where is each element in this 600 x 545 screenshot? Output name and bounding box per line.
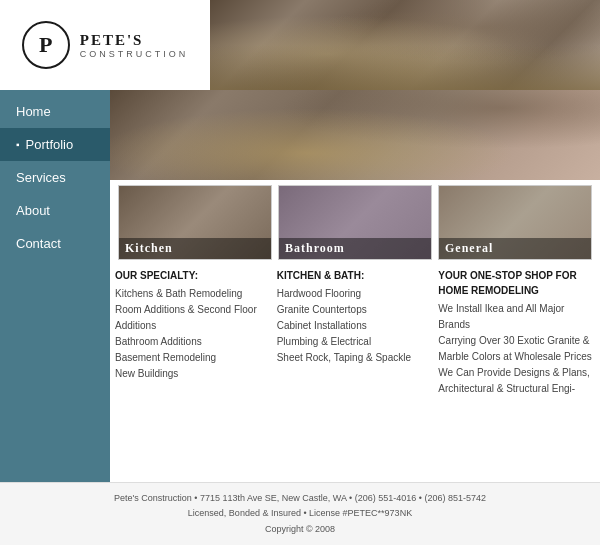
footer: Pete's Construction • 7715 113th Ave SE,… bbox=[0, 482, 600, 545]
columns-row: OUR SPECIALTY: Kitchens & Bath Remodelin… bbox=[110, 260, 600, 482]
column-kitchen-bath: KITCHEN & BATH: Hardwood Flooring Granit… bbox=[277, 268, 434, 477]
col-os-item-1: Carrying Over 30 Exotic Granite & Marble… bbox=[438, 333, 595, 365]
content-area: Kitchen Bathroom General OUR SPECIALTY: … bbox=[110, 90, 600, 482]
thumbnail-bathroom[interactable]: Bathroom bbox=[278, 185, 432, 260]
logo-area: P PETE'S CONSTRUCTION bbox=[0, 0, 210, 90]
col-specialty-item-2: Additions bbox=[115, 318, 272, 334]
footer-line2: Licensed, Bonded & Insured • License #PE… bbox=[10, 506, 590, 521]
column-specialty: OUR SPECIALTY: Kitchens & Bath Remodelin… bbox=[115, 268, 272, 477]
col-kb-item-3: Plumbing & Electrical bbox=[277, 334, 434, 350]
col-specialty-item-3: Bathroom Additions bbox=[115, 334, 272, 350]
col-kb-item-1: Granite Countertops bbox=[277, 302, 434, 318]
thumbnails-row: Kitchen Bathroom General bbox=[110, 180, 600, 260]
column-one-stop: YOUR ONE-STOP SHOP FOR HOME REMODELING W… bbox=[438, 268, 595, 477]
sidebar: Home ▪ Portfolio Services About Contact bbox=[0, 90, 110, 482]
col-specialty-item-4: Basement Remodeling bbox=[115, 350, 272, 366]
col-specialty-title: OUR SPECIALTY: bbox=[115, 268, 272, 283]
thumbnail-general[interactable]: General bbox=[438, 185, 592, 260]
featured-strip bbox=[110, 90, 600, 180]
nav-services[interactable]: Services bbox=[0, 161, 110, 194]
footer-line1: Pete's Construction • 7715 113th Ave SE,… bbox=[10, 491, 590, 506]
nav-bullet: ▪ bbox=[16, 139, 20, 150]
col-onestop-title: YOUR ONE-STOP SHOP FOR HOME REMODELING bbox=[438, 268, 595, 298]
hero-image bbox=[210, 0, 600, 90]
col-kb-item-0: Hardwood Flooring bbox=[277, 286, 434, 302]
kitchen-label: Kitchen bbox=[119, 238, 271, 259]
bathroom-label: Bathroom bbox=[279, 238, 431, 259]
nav-home[interactable]: Home bbox=[0, 95, 110, 128]
general-label: General bbox=[439, 238, 591, 259]
nav-contact[interactable]: Contact bbox=[0, 227, 110, 260]
nav-portfolio[interactable]: ▪ Portfolio bbox=[0, 128, 110, 161]
col-kb-item-4: Sheet Rock, Taping & Spackle bbox=[277, 350, 434, 366]
col-os-item-2: We Can Provide Designs & Plans, Architec… bbox=[438, 365, 595, 397]
col-kb-item-2: Cabinet Installations bbox=[277, 318, 434, 334]
page-wrapper: P PETE'S CONSTRUCTION Home ▪ Portfolio S… bbox=[0, 0, 600, 545]
col-specialty-item-0: Kitchens & Bath Remodeling bbox=[115, 286, 272, 302]
logo-icon: P bbox=[22, 21, 70, 69]
col-specialty-item-5: New Buildings bbox=[115, 366, 272, 382]
logo-text: PETE'S CONSTRUCTION bbox=[80, 32, 189, 59]
col-specialty-item-1: Room Additions & Second Floor bbox=[115, 302, 272, 318]
nav-about[interactable]: About bbox=[0, 194, 110, 227]
col-kitchen-bath-title: KITCHEN & BATH: bbox=[277, 268, 434, 283]
header: P PETE'S CONSTRUCTION bbox=[0, 0, 600, 90]
footer-line3: Copyright © 2008 bbox=[10, 522, 590, 537]
logo-sub: CONSTRUCTION bbox=[80, 49, 189, 59]
logo-name: PETE'S bbox=[80, 32, 189, 49]
thumbnail-kitchen[interactable]: Kitchen bbox=[118, 185, 272, 260]
col-os-item-0: We Install Ikea and All Major Brands bbox=[438, 301, 595, 333]
main-content: Home ▪ Portfolio Services About Contact bbox=[0, 90, 600, 482]
